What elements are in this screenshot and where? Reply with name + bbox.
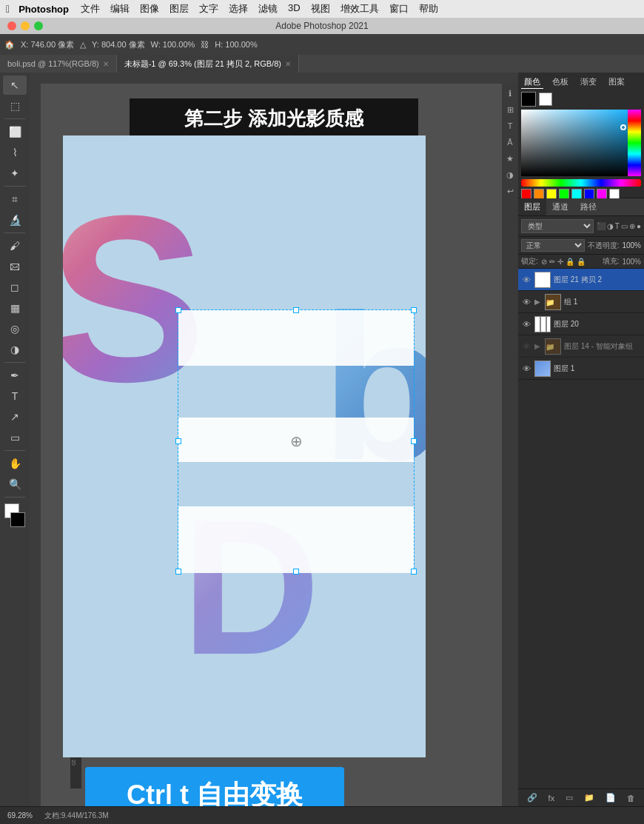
hand-tool[interactable]: ✋ (3, 454, 27, 473)
eraser-tool[interactable]: ◻ (3, 278, 27, 297)
pen-tool[interactable]: ✒ (3, 366, 27, 385)
swatch-blue[interactable] (584, 189, 594, 199)
blend-mode-select[interactable]: 正常 (521, 239, 585, 252)
gradient-tool[interactable]: ▦ (3, 298, 27, 318)
w-value[interactable]: 100.00% (163, 40, 195, 49)
swatch-orange[interactable] (534, 189, 544, 199)
menu-image[interactable]: 图像 (140, 2, 159, 16)
handle-mid-right[interactable] (411, 438, 417, 444)
app-name[interactable]: Photoshop (19, 4, 69, 15)
layer-item-4[interactable]: 👁 图层 1 (518, 358, 644, 380)
apple-menu[interactable]:  (6, 3, 10, 15)
layer-4-eye[interactable]: 👁 (521, 364, 531, 374)
color-gradient-box[interactable] (521, 110, 641, 176)
handle-bot-center[interactable] (293, 569, 299, 575)
create-group-icon[interactable]: 📁 (584, 793, 594, 803)
menu-view[interactable]: 视图 (311, 2, 330, 16)
canvas-area[interactable]: 100 200 300 400 500 600 700 800 900 1000… (41, 84, 518, 806)
swatch-cyan[interactable] (571, 189, 582, 199)
swatch-yellow[interactable] (546, 189, 557, 199)
minimize-button[interactable] (21, 21, 30, 30)
panel-info-icon[interactable]: ℹ (503, 87, 517, 100)
menu-3d[interactable]: 3D (288, 2, 301, 16)
layer-1-eye[interactable]: 👁 (521, 297, 531, 307)
tab-paths[interactable]: 路径 (574, 198, 603, 215)
color-picker[interactable] (3, 503, 27, 527)
clone-tool[interactable]: 🖂 (3, 257, 27, 276)
menu-select[interactable]: 选择 (229, 2, 248, 16)
panel-adjustments-icon[interactable]: ◑ (503, 168, 517, 181)
marquee-tool[interactable]: ⬜ (3, 122, 27, 141)
panel-learn-icon[interactable]: ★ (503, 152, 517, 165)
path-select-tool[interactable]: ↗ (3, 407, 27, 426)
link-layers-icon[interactable]: 🔗 (527, 793, 537, 803)
layer-3-expand[interactable]: ▶ (534, 342, 540, 350)
menu-filter[interactable]: 滤镜 (258, 2, 278, 16)
menu-window[interactable]: 窗口 (389, 2, 409, 16)
menu-plugins[interactable]: 增效工具 (341, 2, 379, 16)
color-tab-swatches[interactable]: 色板 (549, 76, 571, 89)
layer-1-expand[interactable]: ▶ (534, 298, 540, 306)
swatch-magenta[interactable] (597, 189, 607, 199)
handle-top-right[interactable] (411, 307, 417, 313)
filter-toggle-icon[interactable]: ● (637, 222, 641, 230)
selection-box[interactable]: ⊕ (178, 309, 415, 572)
menu-layer[interactable]: 图层 (170, 2, 189, 16)
shape-tool[interactable]: ▭ (3, 428, 27, 447)
fg-color-box[interactable] (521, 92, 536, 107)
handle-top-left[interactable] (175, 307, 181, 313)
create-layer-icon[interactable]: 📄 (606, 793, 616, 803)
lock-all-icon[interactable]: 🔒 (577, 258, 586, 266)
dodge-tool[interactable]: ◑ (3, 340, 27, 359)
brush-tool[interactable]: 🖌 (3, 236, 27, 255)
menu-file[interactable]: 文件 (81, 2, 100, 16)
menu-text[interactable]: 文字 (199, 2, 218, 16)
lock-artboard-icon[interactable]: 🔒 (566, 258, 574, 266)
lock-position-icon[interactable]: ✛ (557, 258, 563, 266)
panel-transform-icon[interactable]: ⊞ (503, 103, 517, 116)
tab-layers[interactable]: 图层 (518, 198, 546, 215)
blur-tool[interactable]: ◎ (3, 319, 27, 338)
tab-channels[interactable]: 通道 (546, 198, 574, 215)
filter-smart-icon[interactable]: ⊕ (629, 222, 635, 230)
swatch-red[interactable] (521, 189, 531, 199)
filter-type-icon[interactable]: T (615, 222, 620, 230)
layer-0-eye[interactable]: 👁 (521, 275, 531, 285)
color-tab-pattern[interactable]: 图案 (606, 76, 628, 89)
panel-type-icon[interactable]: T (503, 119, 517, 133)
tab-1[interactable]: 未标题-1 @ 69.3% (图层 21 拷贝 2, RGB/8) ✕ (117, 55, 299, 73)
hue-bar[interactable] (521, 179, 641, 187)
fill-value[interactable]: 100% (622, 258, 641, 266)
move-tool[interactable]: ↖ (3, 76, 27, 95)
layer-3-eye[interactable]: 👁 (521, 341, 531, 352)
text-tool[interactable]: T (3, 386, 27, 406)
filter-pixel-icon[interactable]: ⬛ (597, 222, 606, 230)
chain-icon[interactable]: ⛓ (201, 40, 209, 49)
filter-shape-icon[interactable]: ▭ (621, 222, 628, 230)
x-value[interactable]: 746.00 像素 (30, 39, 74, 50)
handle-top-center[interactable] (293, 307, 299, 313)
color-tab-gradient[interactable]: 渐变 (577, 76, 600, 89)
layer-item-1[interactable]: 👁 ▶ 📁 组 1 (518, 291, 644, 313)
tab-0-close[interactable]: ✕ (103, 60, 109, 68)
handle-mid-left[interactable] (175, 438, 181, 444)
menu-help[interactable]: 帮助 (419, 2, 438, 16)
handle-bot-right[interactable] (411, 569, 417, 575)
bg-color-box[interactable] (539, 93, 552, 106)
layer-2-eye[interactable]: 👁 (521, 319, 531, 329)
panel-history-icon[interactable]: ↩ (503, 184, 517, 198)
layer-item-0[interactable]: 👁 图层 21 拷贝 2 (518, 269, 644, 291)
layer-item-3[interactable]: 👁 ▶ 📁 图层 14 - 智能对象组 (518, 335, 644, 358)
zoom-tool[interactable]: 🔍 (3, 475, 27, 494)
delete-layer-icon[interactable]: 🗑 (627, 794, 635, 803)
add-style-icon[interactable]: fx (549, 794, 555, 803)
home-btn[interactable]: 🏠 (4, 40, 15, 50)
tab-0[interactable]: boli.psd @ 117%(RGB/8) ✕ (0, 55, 117, 73)
h-value[interactable]: 100.00% (225, 40, 257, 49)
background-color[interactable] (10, 512, 25, 527)
y-value[interactable]: 804.00 像素 (101, 39, 145, 50)
hue-strip[interactable] (628, 110, 641, 176)
lock-transparent-icon[interactable]: ⊘ (541, 258, 547, 266)
add-mask-icon[interactable]: ▭ (566, 793, 573, 803)
swatch-green[interactable] (559, 189, 569, 199)
